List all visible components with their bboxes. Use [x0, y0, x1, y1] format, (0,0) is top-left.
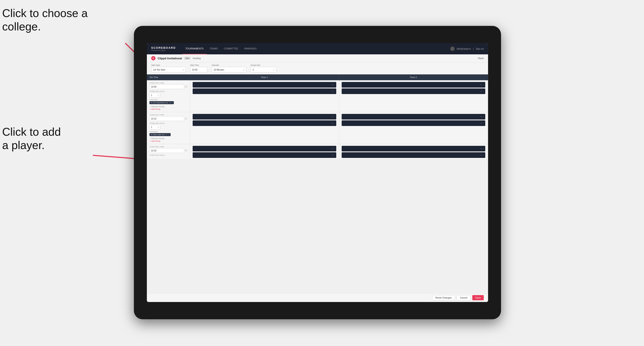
starting-time-field-1: 10:00 ⓘ	[150, 84, 187, 89]
course-tag-2[interactable]: 🄯 East Lake GC ✕ ↕	[150, 133, 170, 136]
course-field-1: 🄯 (A) Peachtree GC ✕ ↕	[150, 101, 187, 104]
player-chevron-icon: ↕	[483, 84, 484, 86]
player-remove-icon[interactable]: ✕	[331, 116, 333, 118]
course-label-1: COURSE:	[150, 99, 187, 101]
user-avatar	[450, 47, 454, 51]
intervals-label: Intervals	[212, 64, 246, 66]
player-remove-icon[interactable]: ✕	[480, 84, 482, 86]
course-tag-icon-1: 🄯	[151, 102, 152, 104]
player-chevron-icon: ↕	[483, 90, 484, 93]
player-remove-icon[interactable]: ✕	[331, 154, 333, 156]
starting-hole-field-1: 1↕	[150, 93, 187, 98]
clippd-logo: C	[151, 56, 156, 60]
starting-time-field-3: 10:20 ⓘ	[150, 148, 187, 153]
start-time-input[interactable]: 10:00	[190, 67, 207, 72]
player-slot-1-4[interactable]: ✕ ↕	[342, 88, 485, 94]
course-tag-icon-2: 🄯	[151, 134, 152, 136]
player-remove-icon[interactable]: ✕	[480, 154, 482, 156]
table-row: STARTING TIME: 10:20 ⓘ STARTING HOLE: ✕ …	[147, 144, 488, 160]
player-slot-1-3[interactable]: ✕ ↕	[342, 82, 485, 88]
group-3-left: STARTING TIME: 10:20 ⓘ STARTING HOLE:	[147, 144, 190, 160]
course-remove-icon-1[interactable]: ✕	[169, 102, 171, 104]
player-slot-1-2[interactable]: ✕ ↕	[193, 88, 336, 94]
course-label-2: COURSE:	[150, 131, 187, 133]
col-team1: Team 1	[190, 74, 339, 80]
course-remove-icon-2[interactable]: ✕	[166, 134, 167, 136]
cancel-button[interactable]: Cancel	[457, 295, 470, 300]
brand-name: SCOREBOARD	[151, 46, 176, 49]
player-remove-icon[interactable]: ✕	[480, 90, 482, 93]
player-chevron-icon: ↕	[483, 122, 484, 125]
course-chevron-2: ↕	[168, 134, 169, 136]
player-slot-3-3[interactable]: ✕ ↕	[342, 146, 485, 152]
player-chevron-icon: ↕	[334, 154, 335, 156]
starting-hole-select-1[interactable]: 1↕	[150, 93, 160, 98]
event-gender-badge: Men	[184, 57, 191, 60]
group-size-label: Group Size	[250, 64, 276, 66]
starting-time-input-3[interactable]: 10:20	[150, 148, 184, 153]
course-tag-1[interactable]: 🄯 (A) Peachtree GC ✕ ↕	[150, 101, 174, 104]
start-type-select[interactable]: 1st Tee Start ↕	[151, 67, 186, 72]
course-field-2: 🄯 East Lake GC ✕ ↕	[150, 133, 187, 136]
tablet-device: SCOREBOARD Powered by clippd TOURNAMENTS…	[134, 26, 501, 319]
player-remove-icon[interactable]: ✕	[331, 122, 333, 125]
starting-time-input-1[interactable]: 10:00	[150, 84, 184, 89]
player-remove-icon[interactable]: ✕	[331, 84, 333, 86]
table-row: STARTING TIME: 10:00 ⓘ STARTING HOLE: 1↕…	[147, 80, 488, 112]
player-remove-icon[interactable]: ✕	[331, 90, 333, 93]
remove-group-link-1[interactable]: ○ Remove Group	[150, 106, 187, 108]
player-remove-icon[interactable]: ✕	[480, 122, 482, 125]
player-slot-2-2[interactable]: ✕ ↕	[193, 120, 336, 126]
start-time-label: Start Time	[190, 64, 207, 66]
player-slot-2-4[interactable]: ✕ ↕	[342, 120, 485, 126]
starting-hole-select-2[interactable]: 1↕	[150, 125, 160, 129]
player-chevron-icon: ↕	[483, 148, 484, 150]
group-1-team1: ✕ ↕ ✕ ↕	[190, 80, 339, 112]
nav-rankings[interactable]: RANKINGS	[241, 43, 260, 54]
player-chevron-icon: ↕	[334, 116, 335, 118]
table-row: STARTING TIME: 10:10 ⓘ STARTING HOLE: 1↕…	[147, 112, 488, 144]
back-button[interactable]: ‹ Back	[477, 57, 484, 59]
nav-tournaments[interactable]: TOURNAMENTS	[182, 43, 207, 54]
player-chevron-icon: ↕	[483, 116, 484, 118]
annotation-add-player: Click to add a player.	[2, 125, 61, 152]
start-type-label: Start Type	[151, 64, 186, 66]
group-size-group: Group Size 3 ↕	[250, 64, 276, 72]
brand-sub: Powered by clippd	[151, 49, 176, 51]
nav-teams[interactable]: TEAMS	[207, 43, 221, 54]
group-2-team1: ✕ ↕ ✕ ↕	[190, 112, 339, 144]
group-size-select[interactable]: 3 ↕	[250, 67, 276, 72]
time-info-icon-1: ⓘ	[185, 85, 187, 88]
reset-button[interactable]: Reset Changes	[432, 295, 455, 300]
remove-group-link-2[interactable]: ○ Remove Group	[150, 137, 187, 140]
save-button[interactable]: Save	[472, 295, 484, 300]
nav-committee[interactable]: COMMITTEE	[221, 43, 241, 54]
start-time-group: Start Time 10:00	[190, 64, 207, 72]
player-slot-3-2[interactable]: ✕ ↕	[193, 152, 336, 158]
player-slot-3-1[interactable]: ✕ ↕	[193, 146, 336, 152]
player-remove-icon[interactable]: ✕	[331, 148, 333, 150]
player-chevron-icon: ↕	[334, 148, 335, 150]
intervals-select[interactable]: 10 Minutes ↕	[212, 67, 246, 72]
player-slot-1-1[interactable]: ✕ ↕	[193, 82, 336, 88]
player-remove-icon[interactable]: ✕	[480, 116, 482, 118]
starting-hole-field-2: 1↕	[150, 125, 187, 129]
form-controls: Start Type 1st Tee Start ↕ Start Time 10…	[147, 62, 488, 74]
player-chevron-icon: ↕	[334, 84, 335, 86]
starting-time-label-3: STARTING TIME:	[150, 146, 187, 148]
col-team2: Team 2	[339, 74, 488, 80]
main-nav: TOURNAMENTS TEAMS COMMITTEE RANKINGS	[182, 43, 450, 54]
player-slot-3-4[interactable]: ✕ ↕	[342, 152, 485, 158]
starting-time-input-2[interactable]: 10:10	[150, 116, 184, 121]
player-remove-icon[interactable]: ✕	[480, 148, 482, 150]
player-chevron-icon: ↕	[483, 154, 484, 156]
add-group-link-1[interactable]: + Add Group	[150, 108, 187, 110]
add-group-link-2[interactable]: + Add Group	[150, 140, 187, 142]
player-slot-2-1[interactable]: ✕ ↕	[193, 114, 336, 120]
player-slot-2-3[interactable]: ✕ ↕	[342, 114, 485, 120]
sign-out-link[interactable]: Sign out	[476, 48, 484, 50]
col-tee-time: Tee Time	[147, 74, 190, 80]
player-chevron-icon: ↕	[334, 90, 335, 93]
starting-time-label-2: STARTING TIME:	[150, 114, 187, 116]
starting-hole-label-2: STARTING HOLE:	[150, 122, 187, 124]
